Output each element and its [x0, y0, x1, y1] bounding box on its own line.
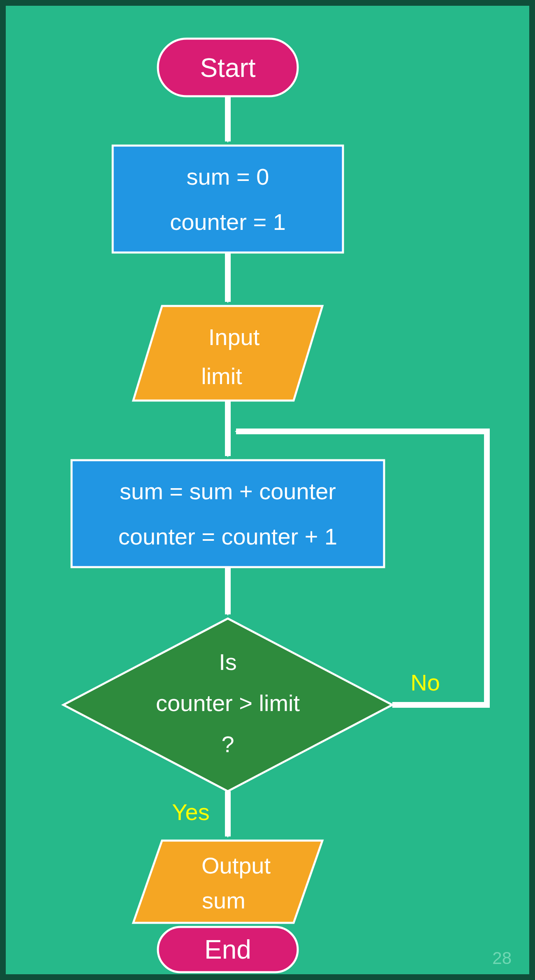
process-line2: counter = counter + 1	[118, 524, 337, 549]
input-node: Input limit	[133, 306, 322, 401]
input-line1: Input	[208, 324, 260, 350]
process-line1: sum = sum + counter	[120, 478, 336, 504]
svg-rect-3	[72, 460, 384, 567]
output-line1b: Output	[201, 853, 271, 878]
decision-line3: ?	[221, 731, 234, 757]
init-node: sum = 0 counter = 1	[113, 146, 343, 253]
process-node: sum = sum + counter counter = counter + …	[72, 460, 384, 567]
end-node: End	[158, 927, 298, 972]
svg-rect-1	[113, 146, 343, 253]
output-line2b: sum	[202, 887, 245, 913]
init-line1: sum = 0	[187, 164, 269, 190]
start-label: Start	[200, 53, 255, 83]
decision-node: Is counter > limit ?	[63, 619, 392, 791]
no-label: No	[410, 670, 440, 695]
init-line2: counter = 1	[170, 209, 286, 235]
start-node: Start	[158, 39, 298, 96]
flowchart-canvas: Start sum = 0 counter = 1 Input limit su…	[0, 0, 535, 980]
decision-line1: Is	[219, 649, 237, 675]
decision-line2: counter > limit	[156, 690, 300, 716]
input-line2: limit	[201, 363, 242, 389]
end-label: End	[204, 935, 251, 964]
page-number: 28	[492, 948, 512, 968]
yes-label: Yes	[172, 799, 209, 825]
